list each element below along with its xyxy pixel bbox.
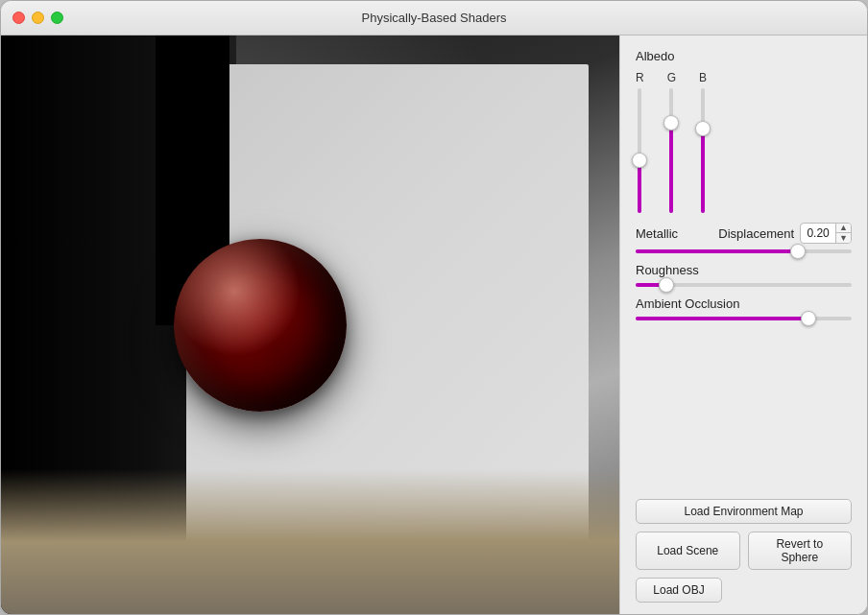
roughness-header: Roughness <box>636 263 852 277</box>
r-slider-thumb[interactable] <box>632 153 647 168</box>
channel-b-label: B <box>699 71 707 84</box>
minimize-button[interactable] <box>32 12 44 24</box>
ao-slider-track[interactable] <box>636 317 852 320</box>
displacement-label: Displacement <box>718 226 794 241</box>
scene-floor <box>1 469 619 614</box>
g-slider-thumb[interactable] <box>663 115 679 130</box>
ao-header: Ambient Occlusion <box>636 296 852 311</box>
maximize-button[interactable] <box>51 12 63 24</box>
roughness-section: Roughness <box>636 263 852 287</box>
b-slider-thumb[interactable] <box>695 121 711 136</box>
metallic-displacement-row: Metallic Displacement 0.20 ▲ ▼ <box>636 223 852 253</box>
metallic-slider-fill <box>636 249 798 253</box>
load-environment-map-button[interactable]: Load Environment Map <box>636 499 852 524</box>
b-slider-fill <box>701 129 705 213</box>
displacement-group: Displacement 0.20 ▲ ▼ <box>718 223 852 244</box>
roughness-label: Roughness <box>636 263 699 277</box>
displacement-value: 0.20 <box>801 226 835 240</box>
metallic-label: Metallic <box>636 226 678 241</box>
b-slider-track[interactable] <box>701 88 705 213</box>
channel-g-label: G <box>667 71 676 84</box>
displacement-spinner: ▲ ▼ <box>835 223 851 244</box>
right-panel: Albedo R G <box>619 35 867 614</box>
r-slider-fill <box>638 160 641 213</box>
window-title: Physically-Based Shaders <box>361 11 506 25</box>
titlebar: Physically-Based Shaders <box>1 1 867 35</box>
sphere-object <box>174 239 347 412</box>
g-slider-track[interactable] <box>669 88 673 213</box>
r-slider-track[interactable] <box>638 88 641 213</box>
load-scene-button[interactable]: Load Scene <box>636 532 740 570</box>
load-obj-button[interactable]: Load OBJ <box>636 578 722 603</box>
roughness-slider-thumb[interactable] <box>659 277 674 293</box>
buttons-section: Load Environment Map Load Scene Revert t… <box>636 487 852 603</box>
ao-slider-fill <box>636 317 808 320</box>
g-slider-fill <box>669 123 673 213</box>
ao-label: Ambient Occlusion <box>636 296 739 311</box>
sphere-container <box>174 239 347 412</box>
obj-button-row: Load OBJ <box>636 578 852 603</box>
content-area: Albedo R G <box>1 35 867 614</box>
window-controls <box>12 12 63 24</box>
displacement-up-button[interactable]: ▲ <box>836 223 851 233</box>
scene-buttons-row: Load Scene Revert to Sphere <box>636 532 852 570</box>
albedo-section: Albedo R G <box>636 49 852 213</box>
ao-slider-thumb[interactable] <box>801 311 816 326</box>
channel-r-label: R <box>636 71 644 84</box>
roughness-slider-track[interactable] <box>636 283 852 287</box>
albedo-label: Albedo <box>636 49 852 63</box>
revert-to-sphere-button[interactable]: Revert to Sphere <box>748 532 853 570</box>
displacement-value-box: 0.20 ▲ ▼ <box>800 223 852 244</box>
close-button[interactable] <box>12 12 25 24</box>
window: Physically-Based Shaders Albedo R <box>0 0 868 615</box>
displacement-down-button[interactable]: ▼ <box>836 233 851 244</box>
channel-g: G <box>667 71 676 213</box>
channel-b: B <box>699 71 707 213</box>
metallic-slider-track[interactable] <box>636 249 852 253</box>
metallic-slider-thumb[interactable] <box>790 244 806 259</box>
ao-section: Ambient Occlusion <box>636 296 852 320</box>
viewport <box>1 35 619 614</box>
albedo-sliders: R G <box>636 71 852 213</box>
channel-r: R <box>636 71 644 213</box>
metallic-header: Metallic Displacement 0.20 ▲ ▼ <box>636 223 852 244</box>
